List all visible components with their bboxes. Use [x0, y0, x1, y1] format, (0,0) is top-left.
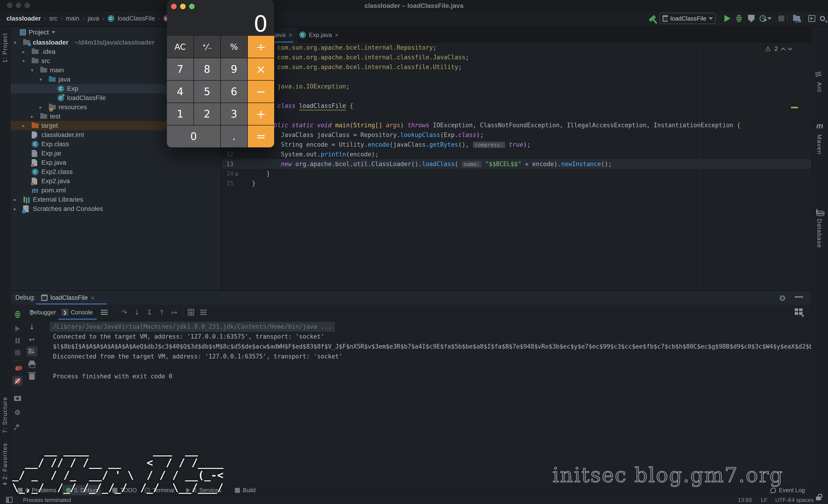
- calc-key-9[interactable]: 9: [221, 58, 247, 80]
- thread-dump-camera-icon[interactable]: [11, 393, 24, 404]
- tree-item-scratches-and-consoles[interactable]: ▸Scratches and Consoles: [11, 204, 221, 214]
- run-button[interactable]: [723, 11, 732, 26]
- pause-icon[interactable]: [11, 335, 24, 346]
- stop-button[interactable]: [777, 11, 786, 26]
- calc-key-%[interactable]: %: [221, 36, 247, 58]
- restore-layout-icon[interactable]: [795, 308, 802, 315]
- tab-console[interactable]: Console: [61, 305, 93, 320]
- prev-warning-icon[interactable]: [781, 48, 785, 52]
- chevron-collapsed-icon[interactable]: ▸: [31, 113, 33, 119]
- tool-button-problems[interactable]: 6: Problems: [14, 485, 60, 496]
- step-over-icon[interactable]: ↷: [119, 305, 129, 320]
- chevron-collapsed-icon[interactable]: ▸: [40, 104, 42, 110]
- tool-button-todo[interactable]: TODO: [109, 485, 140, 496]
- chevron-collapsed-icon[interactable]: ▸: [14, 197, 16, 202]
- up-stack-trace-icon[interactable]: ↑: [25, 308, 39, 319]
- project-structure-icon[interactable]: [791, 11, 802, 26]
- indent-setting[interactable]: 4 spaces: [791, 497, 814, 503]
- breadcrumb-item[interactable]: java: [88, 15, 99, 22]
- chevron-collapsed-icon[interactable]: ▸: [23, 123, 25, 128]
- close-icon[interactable]: [335, 32, 339, 39]
- calc-key-0[interactable]: 0: [167, 126, 220, 147]
- chevron-collapsed-icon[interactable]: ▸: [23, 49, 25, 54]
- run-to-cursor-icon[interactable]: ↦: [169, 305, 179, 320]
- tool-button-debug[interactable]: 5: Debug: [63, 485, 101, 496]
- stripe-maven-button[interactable]: Maven: [816, 134, 823, 155]
- minimize-icon[interactable]: [795, 296, 803, 297]
- calc-key-AC[interactable]: AC: [167, 36, 194, 58]
- run-anything-icon[interactable]: [807, 11, 817, 26]
- tree-item-pom-xml[interactable]: mpom.xml: [11, 186, 221, 195]
- build-hammer-icon[interactable]: [647, 11, 657, 26]
- calc-minimize-icon[interactable]: [180, 4, 185, 9]
- soft-wrap-icon[interactable]: ↩: [25, 334, 39, 345]
- run-with-coverage-icon[interactable]: [747, 11, 756, 26]
- filter-settings-icon[interactable]: [198, 305, 208, 320]
- code-editor[interactable]: 1import com.sun.org.apache.bcel.internal…: [221, 43, 811, 290]
- chevron-collapsed-icon[interactable]: ▸: [14, 206, 16, 212]
- tab-exp-java[interactable]: Exp.java: [294, 27, 344, 43]
- debug-session-tab[interactable]: loadClassFile: [37, 291, 99, 305]
- caret-position[interactable]: 13:93: [738, 497, 752, 503]
- scroll-to-end-icon[interactable]: [26, 346, 37, 356]
- stripe-ant-button[interactable]: Ant: [816, 82, 823, 92]
- close-icon[interactable]: [288, 32, 292, 39]
- view-breakpoints-icon[interactable]: [11, 363, 24, 374]
- calc-key-3[interactable]: 3: [221, 103, 247, 125]
- tool-button-terminal[interactable]: Terminal: [141, 485, 178, 496]
- stripe-database-button[interactable]: Database: [816, 219, 823, 248]
- calc-key-÷[interactable]: ÷: [248, 36, 275, 58]
- rerun-debug-icon[interactable]: [11, 309, 24, 320]
- breadcrumb-item[interactable]: loadClassFile: [118, 15, 155, 22]
- tree-item-exp2-java[interactable]: Exp2.java: [11, 177, 221, 186]
- print-icon[interactable]: [25, 359, 39, 370]
- calc-key-5[interactable]: 5: [194, 81, 220, 102]
- tool-button-services[interactable]: 8: Services: [182, 485, 225, 496]
- chevron-expanded-icon[interactable]: ▾: [40, 77, 42, 82]
- chevron-expanded-icon[interactable]: ▾: [14, 40, 16, 45]
- tree-item-exp-jar[interactable]: Exp.jar: [11, 149, 221, 158]
- calc-key-×[interactable]: ×: [248, 58, 275, 80]
- pin-icon[interactable]: [11, 420, 24, 431]
- stripe-structure-button[interactable]: 7: Structure: [1, 397, 8, 433]
- resume-icon[interactable]: [11, 323, 24, 334]
- chevron-expanded-icon[interactable]: ▾: [23, 58, 25, 64]
- calc-key-2[interactable]: 2: [194, 103, 220, 125]
- step-out-icon[interactable]: ↑: [157, 305, 167, 320]
- gear-icon[interactable]: ⚙: [779, 293, 786, 303]
- console-output[interactable]: /Library/Java/JavaVirtualMachines/jdk1.8…: [39, 320, 811, 485]
- clear-all-icon[interactable]: [25, 371, 39, 382]
- calc-key-=[interactable]: =: [248, 126, 275, 147]
- tree-item-exp2-class[interactable]: Exp2.class: [11, 167, 221, 177]
- menu-icon[interactable]: [101, 310, 108, 311]
- calc-key-.[interactable]: .: [221, 126, 247, 147]
- run-configuration-select[interactable]: loadClassFile: [660, 13, 716, 24]
- calc-key-⁺⁄₋[interactable]: ⁺⁄₋: [194, 36, 220, 58]
- tree-item-external-libraries[interactable]: ▸External Libraries: [11, 195, 221, 204]
- debug-settings-gear-icon[interactable]: ⚙: [11, 407, 24, 418]
- tree-item-exp-java[interactable]: Exp.java: [11, 158, 221, 167]
- stop-icon[interactable]: [11, 347, 24, 358]
- calc-key-−[interactable]: −: [248, 81, 275, 102]
- file-encoding[interactable]: UTF-8: [775, 497, 791, 503]
- breadcrumb-item[interactable]: src: [49, 15, 57, 22]
- calc-key-7[interactable]: 7: [167, 58, 194, 80]
- calc-key-6[interactable]: 6: [221, 81, 247, 102]
- evaluate-expression-icon[interactable]: [186, 305, 196, 320]
- profiler-icon[interactable]: [759, 11, 773, 26]
- lock-icon[interactable]: [816, 497, 821, 500]
- calc-key-+[interactable]: +: [248, 103, 275, 125]
- tool-window-switcher-icon[interactable]: [6, 497, 12, 503]
- chevron-expanded-icon[interactable]: ▾: [31, 67, 33, 73]
- inspection-widget[interactable]: ⚠ 2: [765, 45, 792, 53]
- tool-button-build[interactable]: Build: [231, 485, 259, 496]
- calc-key-4[interactable]: 4: [167, 81, 194, 102]
- calculator-window[interactable]: 0 AC⁺⁄₋%÷789×456−123+0.=: [167, 0, 274, 147]
- breadcrumb-item[interactable]: classloader: [6, 15, 41, 22]
- calc-zoom-icon[interactable]: [189, 4, 195, 9]
- force-step-into-icon[interactable]: ↧: [144, 305, 155, 320]
- step-into-icon[interactable]: ↓: [132, 305, 142, 320]
- debug-button[interactable]: [734, 11, 744, 26]
- down-stack-trace-icon[interactable]: ↓: [25, 321, 39, 332]
- stripe-project-button[interactable]: 1: Project: [1, 33, 8, 63]
